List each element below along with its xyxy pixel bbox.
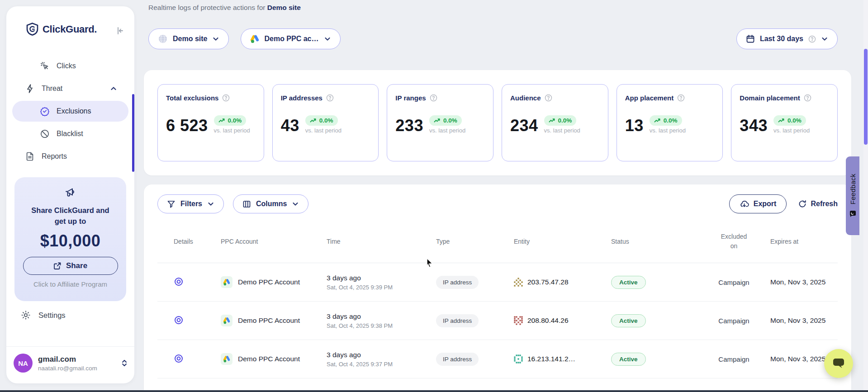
cloud-download-icon xyxy=(740,200,749,208)
stat-card: IP addresses 43 0.0% vs. last period xyxy=(272,84,379,161)
stat-label: Audience xyxy=(510,94,541,102)
table-row: Demo PPC Account 3 days ago Sat, Oct 4, … xyxy=(157,263,838,302)
columns-button-label: Columns xyxy=(256,200,287,208)
badge-check-icon xyxy=(40,106,50,116)
entity-value: 203.75.47.28 xyxy=(527,278,569,286)
funnel-icon xyxy=(167,200,175,208)
help-icon[interactable] xyxy=(222,94,230,102)
document-icon xyxy=(25,151,35,161)
chevron-down-icon xyxy=(292,200,299,208)
ban-icon xyxy=(40,129,50,139)
time-relative: 3 days ago xyxy=(327,312,425,321)
page-subtitle: Realtime logs of protective actions for … xyxy=(148,4,301,12)
ppc-account-selector[interactable]: Demo PPC ac… xyxy=(241,28,340,49)
filters-button[interactable]: Filters xyxy=(157,194,224,213)
context-selectors: Demo site Demo PPC ac… xyxy=(148,28,341,49)
stat-value: 234 xyxy=(510,118,538,134)
page-scrollbar[interactable] xyxy=(863,0,868,392)
sidebar-item-reports[interactable]: Reports xyxy=(6,145,134,168)
export-button[interactable]: Export xyxy=(729,194,787,213)
external-link-icon xyxy=(53,262,62,270)
help-icon[interactable] xyxy=(804,94,811,102)
sidebar-divider xyxy=(6,346,134,347)
chevron-down-icon xyxy=(324,35,331,43)
cursor-click-icon xyxy=(40,61,50,71)
help-icon[interactable] xyxy=(430,94,437,102)
brand-name: ClickGuard. xyxy=(43,24,97,35)
calendar-icon xyxy=(746,34,755,43)
sidebar-item-clicks[interactable]: Clicks xyxy=(6,55,134,77)
stat-caption: vs. last period xyxy=(544,127,580,134)
site-selector[interactable]: Demo site xyxy=(148,28,229,49)
help-icon[interactable] xyxy=(677,94,685,102)
stat-caption: vs. last period xyxy=(305,127,342,134)
column-header: Type xyxy=(425,238,507,245)
stats-row: Total exclusions 6 523 0.0% vs. last per… xyxy=(144,70,851,175)
details-view-icon[interactable] xyxy=(174,354,184,364)
promo-amount: $10,000 xyxy=(14,231,126,250)
columns-button[interactable]: Columns xyxy=(233,194,308,213)
sidebar-nav: Clicks Threat Exclusions Blacklist xyxy=(6,55,134,168)
help-icon[interactable] xyxy=(326,94,334,102)
sidebar: ClickGuard. Clicks Threat Exclusions xyxy=(6,6,134,383)
account-switcher[interactable]: NA gmail.com naatali.ro@gmail.com xyxy=(14,354,128,373)
exclusions-table: DetailsPPC AccountTimeTypeEntityStatusEx… xyxy=(157,220,838,392)
type-badge: IP address xyxy=(436,276,479,289)
account-email: naatali.ro@gmail.com xyxy=(38,365,97,372)
google-ads-icon xyxy=(221,315,232,326)
status-badge: Active xyxy=(611,353,646,366)
stat-delta-badge: 0.0% xyxy=(214,115,247,126)
sidebar-collapse-icon[interactable] xyxy=(115,26,124,35)
help-icon[interactable] xyxy=(545,94,552,102)
column-header: Entity xyxy=(507,238,604,245)
stat-label: IP ranges xyxy=(395,94,426,102)
share-button[interactable]: Share xyxy=(23,257,118,275)
trending-up-icon xyxy=(654,118,661,123)
feedback-tab-label: Feedback xyxy=(849,174,857,204)
chat-launcher-button[interactable] xyxy=(824,349,853,378)
table-header-row: DetailsPPC AccountTimeTypeEntityStatusEx… xyxy=(157,220,838,263)
filters-button-label: Filters xyxy=(180,200,202,208)
stat-caption: vs. last period xyxy=(773,127,810,134)
refresh-button-label: Refresh xyxy=(811,200,838,208)
sidebar-nav-scrollbar[interactable] xyxy=(132,94,134,172)
date-range-selector[interactable]: Last 30 days xyxy=(736,28,838,49)
stat-caption: vs. last period xyxy=(650,127,686,134)
sidebar-item-blacklist[interactable]: Blacklist xyxy=(6,123,134,145)
gear-icon xyxy=(21,310,31,320)
sidebar-item-exclusions[interactable]: Exclusions xyxy=(12,101,128,122)
scrollbar-thumb[interactable] xyxy=(864,49,868,145)
chevron-up-down-icon xyxy=(121,359,128,368)
ppc-account-name: Demo PPC Account xyxy=(238,316,300,325)
time-relative: 3 days ago xyxy=(327,274,425,282)
clickguard-shield-icon xyxy=(26,23,38,36)
column-header: Status xyxy=(604,238,701,245)
stat-value: 233 xyxy=(395,118,423,134)
time-exact: Sat, Oct 4, 2025 9:38 PM xyxy=(327,322,425,329)
google-ads-icon xyxy=(221,276,232,288)
time-exact: Sat, Oct 4, 2025 9:37 PM xyxy=(327,361,425,368)
column-header: Time xyxy=(317,238,425,245)
help-icon[interactable] xyxy=(808,35,816,43)
sidebar-item-label: Clicks xyxy=(57,62,76,70)
stat-label: IP addresses xyxy=(281,94,323,102)
export-button-label: Export xyxy=(754,200,777,208)
sidebar-item-label: Exclusions xyxy=(57,107,91,115)
details-view-icon[interactable] xyxy=(174,315,184,325)
promo-caption[interactable]: Click to Affiliate Program xyxy=(14,280,126,288)
sidebar-item-threat[interactable]: Threat xyxy=(6,77,134,100)
chevron-up-icon[interactable] xyxy=(110,85,117,92)
refresh-icon xyxy=(798,200,806,208)
sidebar-item-settings[interactable]: Settings xyxy=(21,310,66,320)
account-name: gmail.com xyxy=(38,355,97,364)
column-header: Excluded on xyxy=(701,232,767,251)
entity-identicon xyxy=(514,354,523,364)
stat-value: 6 523 xyxy=(166,118,208,134)
stat-caption: vs. last period xyxy=(429,127,465,134)
refresh-button[interactable]: Refresh xyxy=(798,200,838,208)
affiliate-promo-card: Share ClickGuard and get up to $10,000 S… xyxy=(14,177,126,301)
feedback-tab[interactable]: Feedback xyxy=(846,156,859,235)
share-button-label: Share xyxy=(66,261,87,270)
subtitle-site-name: Demo site xyxy=(267,4,301,11)
details-view-icon[interactable] xyxy=(174,277,184,287)
